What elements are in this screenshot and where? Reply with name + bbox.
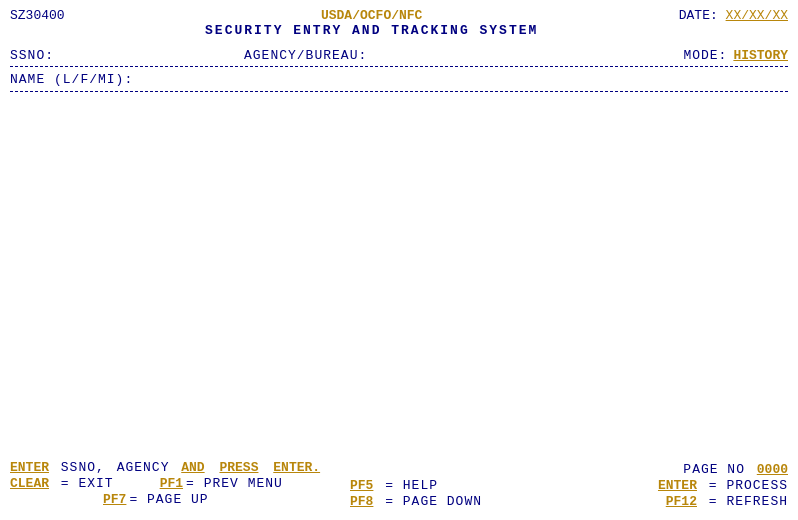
- bottom-text-ssno: SSNO,: [52, 460, 114, 475]
- name-value[interactable]: [133, 71, 788, 87]
- bottom-row-1: ENTER SSNO, AGENCY AND PRESS ENTER.: [10, 460, 320, 475]
- enter-process-label: = PROCESS: [700, 478, 788, 493]
- ssno-value[interactable]: [54, 48, 234, 63]
- agency-value[interactable]: [367, 48, 567, 63]
- bottom-left: ENTER SSNO, AGENCY AND PRESS ENTER. CLEA…: [10, 460, 320, 510]
- enter-key-1[interactable]: ENTER: [10, 460, 49, 475]
- content-area: [10, 95, 788, 365]
- clear-key[interactable]: CLEAR: [10, 476, 49, 491]
- system-id: SZ30400: [10, 8, 65, 23]
- date-value: XX/XX/XX: [726, 8, 788, 23]
- ssno-label: SSNO:: [10, 48, 54, 63]
- and-key: AND: [181, 460, 204, 475]
- header: SZ30400 USDA/OCFO/NFC SECURITY ENTRY AND…: [10, 8, 788, 38]
- bottom-right: PAGE NO 0000 ENTER = PROCESS PF12 = REFR…: [658, 462, 788, 510]
- bottom-text-space2: [261, 460, 270, 475]
- pf7-label: = PAGE UP: [129, 492, 208, 507]
- pf8-label: = PAGE DOWN: [376, 494, 482, 509]
- name-label: NAME (L/F/MI):: [10, 72, 133, 87]
- pf12-row: PF12 = REFRESH: [658, 494, 788, 509]
- agency-label: AGENCY/BUREAU:: [244, 48, 367, 63]
- pf7-key[interactable]: PF7: [103, 492, 126, 507]
- pf5-key[interactable]: PF5: [350, 478, 373, 493]
- bottom-columns: ENTER SSNO, AGENCY AND PRESS ENTER. CLEA…: [10, 460, 788, 510]
- mode-value: HISTORY: [733, 48, 788, 63]
- bottom-row-2: CLEAR = EXIT PF1 = PREV MENU: [10, 476, 320, 491]
- enter-process-key[interactable]: ENTER: [658, 478, 697, 493]
- header-title2: SECURITY ENTRY AND TRACKING SYSTEM: [65, 23, 679, 38]
- pf1-key[interactable]: PF1: [160, 476, 183, 491]
- pf1-label: = PREV MENU: [186, 476, 283, 491]
- dashed-line-1: [10, 66, 788, 67]
- enter-process-row: ENTER = PROCESS: [658, 478, 788, 493]
- page-no-value: 0000: [757, 462, 788, 477]
- bottom-text-agency: AGENCY: [117, 460, 179, 475]
- screen: SZ30400 USDA/OCFO/NFC SECURITY ENTRY AND…: [0, 0, 798, 520]
- bottom-row-pf8: PF8 = PAGE DOWN: [350, 494, 570, 509]
- header-title1: USDA/OCFO/NFC: [65, 8, 679, 23]
- bottom-row-3: PF7 = PAGE UP: [10, 492, 320, 507]
- pf12-label: = REFRESH: [700, 494, 788, 509]
- fields-row: SSNO: AGENCY/BUREAU: MODE: HISTORY: [10, 48, 788, 63]
- pf12-key[interactable]: PF12: [666, 494, 697, 509]
- clear-label: = EXIT: [52, 476, 114, 491]
- page-no-row: PAGE NO 0000: [658, 462, 788, 477]
- bottom-text-press: [208, 460, 217, 475]
- name-row: NAME (L/F/MI):: [10, 71, 788, 87]
- bottom-row-pf5: PF5 = HELP: [350, 478, 570, 493]
- mode-label: MODE:: [683, 48, 727, 63]
- date-section: DATE: XX/XX/XX: [679, 8, 788, 23]
- enter-key-2: ENTER.: [273, 460, 320, 475]
- header-center: USDA/OCFO/NFC SECURITY ENTRY AND TRACKIN…: [65, 8, 679, 38]
- pf8-key[interactable]: PF8: [350, 494, 373, 509]
- press-key: PRESS: [219, 460, 258, 475]
- bottom-section: ENTER SSNO, AGENCY AND PRESS ENTER. CLEA…: [10, 460, 788, 510]
- page-no-label: PAGE NO: [683, 462, 753, 477]
- dashed-line-2: [10, 91, 788, 92]
- date-label: DATE:: [679, 8, 718, 23]
- bottom-mid: PF5 = HELP PF8 = PAGE DOWN: [350, 460, 570, 510]
- pf5-label: = HELP: [376, 478, 438, 493]
